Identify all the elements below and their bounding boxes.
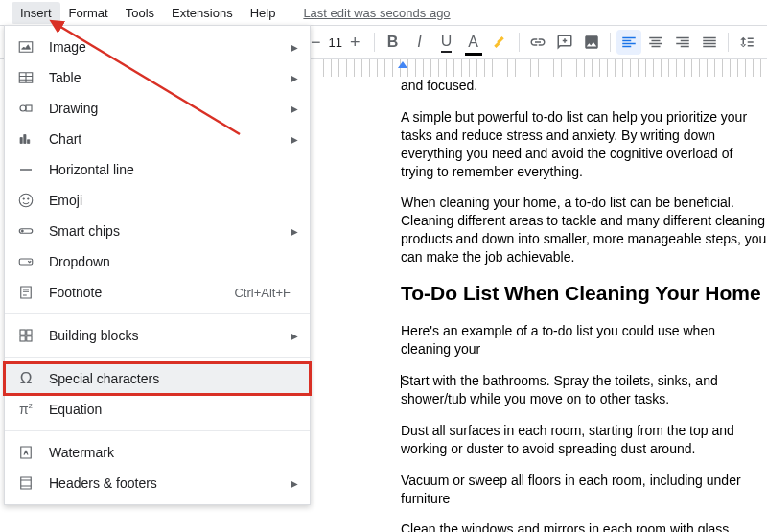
submenu-arrow-icon: ▶ <box>291 73 298 83</box>
menu-item-label: Smart chips <box>49 223 291 239</box>
footnote-icon <box>16 283 35 302</box>
doc-text: A simple but powerful to-do list can hel… <box>401 108 767 181</box>
menu-item-headers-footers[interactable]: Headers & footers▶ <box>5 468 310 498</box>
svg-rect-10 <box>20 336 25 341</box>
dropdownicon-icon <box>16 252 35 271</box>
align-left-button[interactable] <box>616 30 641 55</box>
headers-icon <box>16 474 35 493</box>
doc-text: When cleaning your home, a to-do list ca… <box>401 194 767 266</box>
toolbar-separator <box>728 33 729 52</box>
doc-text: Dust all surfaces in each room, starting… <box>401 422 767 458</box>
toolbar-separator <box>610 33 611 52</box>
align-justify-button[interactable] <box>697 30 722 55</box>
menu-format[interactable]: Format <box>60 2 117 24</box>
svg-text:A: A <box>24 450 28 455</box>
menubar: Insert Format Tools Extensions Help Last… <box>0 0 767 25</box>
menu-item-watermark[interactable]: AWatermark <box>5 437 310 468</box>
text-color-button[interactable]: A <box>461 30 486 55</box>
menu-item-label: Building blocks <box>49 328 291 343</box>
bold-button[interactable]: B <box>381 30 406 55</box>
menu-item-building-blocks[interactable]: Building blocks▶ <box>5 320 310 351</box>
indent-marker[interactable] <box>398 61 407 68</box>
svg-rect-9 <box>27 330 32 335</box>
menu-item-label: Chart <box>49 131 291 147</box>
doc-text: Here's an example of a to-do list you co… <box>401 322 767 359</box>
menu-item-special-characters[interactable]: ΩSpecial characters <box>5 363 310 394</box>
drawing-icon <box>16 99 35 118</box>
submenu-arrow-icon: ▶ <box>291 134 298 145</box>
highlight-button[interactable] <box>488 30 513 55</box>
menu-item-label: Special characters <box>49 371 298 386</box>
table-icon <box>16 68 35 87</box>
image-icon <box>16 37 35 57</box>
menu-help[interactable]: Help <box>242 2 285 24</box>
underline-button[interactable]: U <box>434 30 459 55</box>
menu-item-dropdown[interactable]: Dropdown <box>5 246 310 277</box>
blocks-icon <box>16 326 35 345</box>
submenu-arrow-icon: ▶ <box>291 331 298 341</box>
menu-item-label: Equation <box>49 402 298 417</box>
svg-point-0 <box>20 105 26 111</box>
menu-item-label: Headers & footers <box>49 475 291 491</box>
menu-shortcut: Ctrl+Alt+F <box>234 286 291 300</box>
menu-item-horizontal-line[interactable]: Horizontal line <box>5 154 310 185</box>
align-right-button[interactable] <box>670 30 695 55</box>
submenu-arrow-icon: ▶ <box>291 104 298 114</box>
last-edit-link[interactable]: Last edit was seconds ago <box>303 6 450 20</box>
submenu-arrow-icon: ▶ <box>291 226 298 237</box>
menu-item-footnote[interactable]: FootnoteCtrl+Alt+F <box>5 277 310 308</box>
doc-heading: To-Do List When Cleaning Your Home <box>401 280 767 307</box>
font-size-value[interactable]: 11 <box>329 35 342 50</box>
hline-icon <box>16 160 35 179</box>
submenu-arrow-icon: ▶ <box>291 42 298 53</box>
pi-icon: π2 <box>16 400 35 419</box>
align-center-button[interactable] <box>643 30 668 55</box>
document-body[interactable]: and focused. A simple but powerful to-do… <box>401 77 767 532</box>
menu-item-equation[interactable]: π2Equation <box>5 394 310 425</box>
ruler <box>316 59 767 77</box>
menu-insert[interactable]: Insert <box>12 2 60 24</box>
menu-item-label: Emoji <box>49 193 298 208</box>
menu-item-label: Drawing <box>49 101 291 116</box>
menu-item-label: Footnote <box>49 285 234 300</box>
menu-divider <box>5 357 310 358</box>
menu-item-smart-chips[interactable]: Smart chips▶ <box>5 216 310 246</box>
menu-item-table[interactable]: Table▶ <box>5 62 310 93</box>
menu-item-label: Table <box>49 70 291 85</box>
submenu-arrow-icon: ▶ <box>291 478 298 489</box>
menu-item-label: Image <box>49 39 291 55</box>
chips-icon <box>16 221 35 241</box>
add-comment-button[interactable] <box>552 30 577 55</box>
svg-point-4 <box>28 198 30 200</box>
svg-rect-1 <box>26 105 32 111</box>
menu-item-drawing[interactable]: Drawing▶ <box>5 93 310 124</box>
toolbar-separator <box>374 33 375 52</box>
omega-icon: Ω <box>16 369 35 388</box>
emoji-icon <box>16 191 35 210</box>
svg-point-3 <box>23 198 25 200</box>
menu-item-chart[interactable]: Chart▶ <box>5 124 310 154</box>
menu-divider <box>5 430 310 431</box>
italic-button[interactable]: I <box>407 30 432 55</box>
svg-rect-8 <box>20 330 25 335</box>
menu-tools[interactable]: Tools <box>117 2 163 24</box>
menu-item-label: Dropdown <box>49 254 298 269</box>
menu-item-label: Horizontal line <box>49 162 298 177</box>
insert-link-button[interactable] <box>525 30 550 55</box>
menu-item-image[interactable]: Image▶ <box>5 32 310 62</box>
chart-icon <box>16 129 35 149</box>
doc-text: and focused. <box>401 77 767 95</box>
line-spacing-button[interactable] <box>734 30 759 55</box>
menu-item-emoji[interactable]: Emoji <box>5 185 310 216</box>
insert-image-button[interactable] <box>579 30 604 55</box>
toolbar-separator <box>519 33 520 52</box>
doc-text: Clean the windows and mirrors in each ro… <box>401 520 767 532</box>
doc-text: Vacuum or sweep all floors in each room,… <box>401 472 767 508</box>
svg-point-6 <box>21 230 23 232</box>
svg-point-2 <box>19 194 33 207</box>
menu-extensions[interactable]: Extensions <box>163 2 242 24</box>
doc-text: Start with the bathrooms. Spray the toil… <box>401 372 767 408</box>
font-size-increment[interactable]: + <box>346 33 364 53</box>
watermark-icon: A <box>16 443 35 462</box>
insert-dropdown-menu: Image▶Table▶Drawing▶Chart▶Horizontal lin… <box>4 25 311 505</box>
